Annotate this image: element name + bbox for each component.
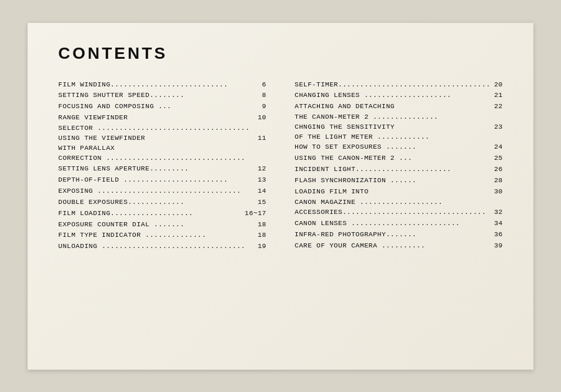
toc-entry: FLASH SYNCHRONIZATION ......28	[295, 175, 503, 186]
toc-label: ACCESSORIES.............................…	[295, 207, 492, 218]
toc-entry: FILM LOADING...................16~17	[58, 208, 266, 219]
right-column: SELF-TIMER..............................…	[295, 79, 503, 253]
toc-page: 32	[494, 207, 503, 218]
toc-page: 24	[494, 142, 503, 153]
toc-entry: EXPOSING ...............................…	[58, 186, 266, 197]
toc-label: FILM LOADING...................	[58, 208, 242, 219]
toc-entry: UNLOADING ..............................…	[58, 241, 266, 252]
toc-page: 23	[494, 122, 503, 133]
toc-page: 16~17	[245, 208, 266, 219]
toc-label: SELF-TIMER..............................…	[295, 79, 492, 91]
toc-page: 39	[494, 240, 503, 252]
toc-entry: SETTING LENS APERTURE.........12	[58, 163, 266, 175]
toc-page: 14	[258, 186, 266, 197]
toc-label: ATTACHING AND DETACHING THE CANON-METER …	[295, 101, 492, 122]
toc-label: FLASH SYNCHRONIZATION ......	[295, 175, 492, 186]
toc-page: 28	[494, 175, 503, 186]
toc-label: SETTING SHUTTER SPEED........	[58, 90, 260, 101]
toc-page: 18	[258, 219, 266, 230]
toc-entry: CHANGING LENSES ....................21	[295, 90, 503, 101]
toc-entry: EXPOSURE COUNTER DIAL .......18	[58, 219, 266, 230]
toc-page: 36	[494, 229, 503, 240]
toc-page: 30	[494, 186, 503, 197]
toc-page: 8	[262, 90, 266, 101]
contents-grid: FILM WINDING........................... …	[58, 79, 503, 253]
toc-page: 11	[258, 133, 266, 144]
toc-label: INFRA-RED PHOTOGRAPHY.......	[295, 229, 492, 240]
toc-page: 22	[494, 101, 503, 112]
toc-label: EXPOSING ...............................…	[58, 186, 255, 197]
toc-label: CHANGING LENSES ....................	[295, 90, 492, 101]
toc-entry: ACCESSORIES.............................…	[295, 207, 503, 218]
toc-entry: FILM TYPE INDICATOR ..............18	[58, 230, 266, 241]
toc-label: FILM WINDING...........................	[58, 79, 260, 91]
toc-entry: FILM WINDING........................... …	[58, 79, 266, 91]
toc-entry: SETTING SHUTTER SPEED........ 8	[58, 90, 266, 101]
toc-label: FILM TYPE INDICATOR ..............	[58, 230, 255, 241]
toc-label: HOW TO SET EXPOSURES .......	[295, 142, 492, 153]
toc-entry: ATTACHING AND DETACHING THE CANON-METER …	[295, 101, 503, 122]
toc-page: 18	[258, 230, 266, 241]
toc-page: 21	[494, 90, 503, 101]
toc-page: 9	[262, 101, 266, 112]
toc-label: RANGE VIEWFINDER SELECTOR ..............…	[58, 112, 255, 133]
toc-page: 34	[494, 218, 503, 229]
toc-entry: DEPTH-OF-FIELD ........................1…	[58, 175, 266, 186]
toc-entry: USING THE CANON-METER 2 ...25	[295, 153, 503, 164]
toc-entry: LOADING FILM INTO CANON MAGAZINE .......…	[295, 186, 503, 207]
page-title: CONTENTS	[58, 44, 503, 63]
toc-entry: FOCUSING AND COMPOSING ... 9	[58, 101, 266, 112]
toc-label: INCIDENT LIGHT......................	[295, 164, 492, 175]
toc-label: FOCUSING AND COMPOSING ...	[58, 101, 260, 112]
toc-label: CARE OF YOUR CAMERA ..........	[295, 240, 492, 252]
toc-label: CANON LENSES .........................	[295, 218, 492, 229]
toc-entry: USING THE VIEWFINDER WITH PARALLAX CORRE…	[58, 133, 266, 163]
toc-label: USING THE CANON-METER 2 ...	[295, 153, 492, 164]
toc-label: CHNGING THE SENSITIVITY OF THE LIGHT MET…	[295, 122, 492, 142]
toc-label: DOUBLE EXPOSURES.............	[58, 197, 255, 208]
toc-page: 12	[258, 163, 266, 175]
toc-entry: CARE OF YOUR CAMERA ..........39	[295, 240, 503, 252]
toc-page: 20	[494, 79, 503, 91]
toc-page: 26	[494, 164, 503, 175]
left-column: FILM WINDING........................... …	[58, 79, 266, 253]
toc-entry: HOW TO SET EXPOSURES .......24	[295, 142, 503, 153]
toc-page: 13	[258, 175, 266, 186]
toc-label: SETTING LENS APERTURE.........	[58, 163, 255, 175]
toc-label: DEPTH-OF-FIELD ........................	[58, 175, 255, 186]
toc-entry: DOUBLE EXPOSURES.............15	[58, 197, 266, 208]
toc-page: 6	[262, 79, 266, 91]
toc-page: 25	[494, 153, 503, 164]
page: CONTENTS FILM WINDING...................…	[28, 23, 533, 370]
toc-entry: CHNGING THE SENSITIVITY OF THE LIGHT MET…	[295, 122, 503, 142]
toc-page: 19	[258, 241, 266, 252]
toc-label: UNLOADING ..............................…	[58, 241, 255, 252]
toc-entry: SELF-TIMER..............................…	[295, 79, 503, 91]
toc-entry: RANGE VIEWFINDER SELECTOR ..............…	[58, 112, 266, 133]
toc-entry: CANON LENSES .........................34	[295, 218, 503, 229]
toc-label: USING THE VIEWFINDER WITH PARALLAX CORRE…	[58, 133, 255, 163]
toc-label: LOADING FILM INTO CANON MAGAZINE .......…	[295, 186, 492, 207]
toc-entry: INFRA-RED PHOTOGRAPHY.......36	[295, 229, 503, 240]
toc-label: EXPOSURE COUNTER DIAL .......	[58, 219, 255, 230]
toc-page: 15	[258, 197, 266, 208]
toc-page: 10	[258, 112, 266, 123]
toc-entry: INCIDENT LIGHT......................26	[295, 164, 503, 175]
